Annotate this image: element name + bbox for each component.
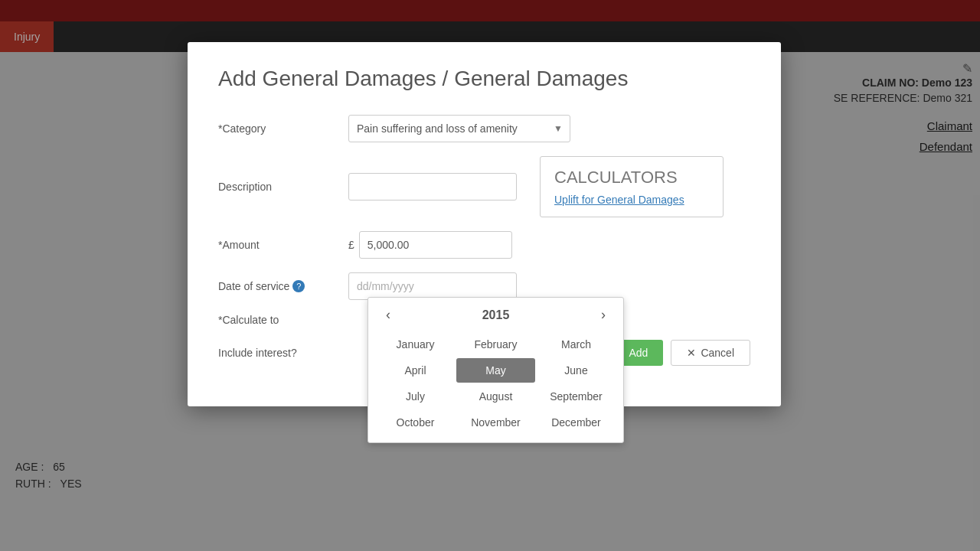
date-of-service-row: Date of service ? [218,272,750,300]
cancel-button[interactable]: ✕ Cancel [671,340,750,366]
calendar-month-february[interactable]: February [456,332,535,357]
date-of-service-input[interactable] [348,272,517,300]
calendar-next-button[interactable]: › [595,305,612,324]
currency-symbol: £ [348,239,354,251]
uplift-link[interactable]: Uplift for General Damages [554,194,709,206]
calculate-to-label: *Calculate to [218,314,348,326]
date-of-service-label: Date of service ? [218,280,348,292]
month-year-picker: ‹ 2015 › JanuaryFebruaryMarchAprilMayJun… [368,297,624,443]
calendar-month-june[interactable]: June [537,358,616,383]
modal-title: Add General Damages / General Damages [218,65,750,92]
amount-row: *Amount £ [218,231,750,259]
calendar-month-december[interactable]: December [537,410,616,435]
cancel-icon: ✕ [687,347,696,359]
date-help-icon[interactable]: ? [292,280,305,292]
calculators-box: CALCULATORS Uplift for General Damages [540,156,724,217]
include-interest-label: Include interest? [218,347,348,359]
description-row: Description CALCULATORS Uplift for Gener… [218,156,750,217]
calendar-month-may[interactable]: May [456,358,535,383]
amount-input[interactable] [359,231,512,259]
calendar-header: ‹ 2015 › [376,305,616,324]
calendar-month-september[interactable]: September [537,384,616,409]
calculators-title: CALCULATORS [554,168,709,187]
calendar-months-grid: JanuaryFebruaryMarchAprilMayJuneJulyAugu… [376,332,616,435]
calendar-month-january[interactable]: January [376,332,455,357]
calendar-month-july[interactable]: July [376,384,455,409]
calendar-year: 2015 [482,308,510,322]
calendar-month-march[interactable]: March [537,332,616,357]
calendar-prev-button[interactable]: ‹ [380,305,397,324]
calendar-month-november[interactable]: November [456,410,535,435]
amount-input-wrapper: £ [348,231,512,259]
category-label: *Category [218,122,348,135]
calendar-month-october[interactable]: October [376,410,455,435]
amount-label: *Amount [218,239,348,251]
description-label: Description [218,181,348,193]
category-row: *Category Pain suffering and loss of ame… [218,115,750,142]
description-input[interactable] [348,173,517,201]
category-select[interactable]: Pain suffering and loss of amenity [348,115,570,142]
calendar-month-august[interactable]: August [456,384,535,409]
category-select-wrapper: Pain suffering and loss of amenity ▼ [348,115,570,142]
calendar-month-april[interactable]: April [376,358,455,383]
